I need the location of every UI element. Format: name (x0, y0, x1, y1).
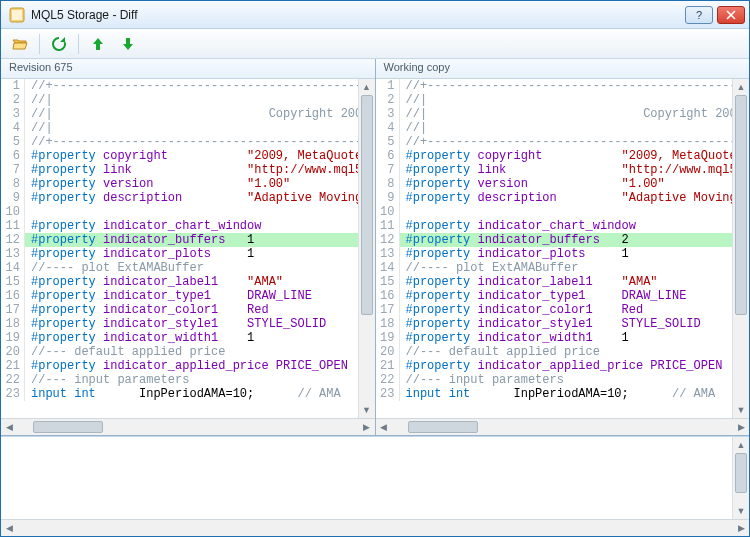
code-line[interactable]: 3//| Copyright 2009, M (376, 107, 750, 121)
bottom-hscroll[interactable]: ◀ ▶ (1, 519, 749, 536)
code-line[interactable]: 15#property indicator_label1 "AMA" (1, 275, 375, 289)
line-number: 11 (376, 219, 400, 233)
line-number: 23 (376, 387, 400, 401)
code-line[interactable]: 6#property copyright "2009, MetaQuotes S… (1, 149, 375, 163)
left-scrollbar[interactable]: ▲ ▼ (358, 79, 375, 418)
code-line[interactable]: 23input int InpPeriodAMA=10; // AMA (1, 387, 375, 401)
left-hscroll[interactable]: ◀ ▶ (1, 418, 375, 435)
code-line[interactable]: 1//+------------------------------------… (376, 79, 750, 93)
line-text: //--- default applied price (25, 345, 375, 359)
code-line[interactable]: 23input int InpPeriodAMA=10; // AMA (376, 387, 750, 401)
scroll-up-icon[interactable]: ▲ (733, 79, 749, 95)
code-line[interactable]: 20//--- default applied price (1, 345, 375, 359)
line-number: 15 (376, 275, 400, 289)
code-line[interactable]: 20//--- default applied price (376, 345, 750, 359)
code-line[interactable]: 5//+------------------------------------… (376, 135, 750, 149)
code-line[interactable]: 18#property indicator_style1 STYLE_SOLID (1, 317, 375, 331)
line-number: 16 (1, 289, 25, 303)
refresh-button[interactable] (48, 33, 70, 55)
line-text: #property description "Adaptive Moving A… (25, 191, 375, 205)
code-line[interactable]: 9#property description "Adaptive Moving … (1, 191, 375, 205)
code-line[interactable]: 11#property indicator_chart_window (376, 219, 750, 233)
scroll-left-icon[interactable]: ◀ (1, 520, 17, 536)
scroll-right-icon[interactable]: ▶ (733, 419, 749, 435)
code-line[interactable]: 13#property indicator_plots 1 (1, 247, 375, 261)
code-line[interactable]: 17#property indicator_color1 Red (1, 303, 375, 317)
code-line[interactable]: 21#property indicator_applied_price PRIC… (1, 359, 375, 373)
scroll-up-icon[interactable]: ▲ (733, 437, 749, 453)
scroll-left-icon[interactable]: ◀ (376, 419, 392, 435)
line-text: #property indicator_chart_window (25, 219, 375, 233)
code-line[interactable]: 12#property indicator_buffers 2 (376, 233, 750, 247)
close-button[interactable] (717, 6, 745, 24)
code-line[interactable]: 6#property copyright "2009, MetaQuotes S… (376, 149, 750, 163)
code-line[interactable]: 22//--- input parameters (376, 373, 750, 387)
line-text: //---- plot ExtAMABuffer (400, 261, 750, 275)
scroll-right-icon[interactable]: ▶ (733, 520, 749, 536)
refresh-icon (51, 36, 67, 52)
help-button[interactable]: ? (685, 6, 713, 24)
code-line[interactable]: 19#property indicator_width1 1 (1, 331, 375, 345)
bottom-pane-body[interactable]: ▲ ▼ (1, 437, 749, 519)
toolbar-divider (78, 34, 79, 54)
left-code[interactable]: 1//+------------------------------------… (1, 79, 375, 418)
code-line[interactable]: 11#property indicator_chart_window (1, 219, 375, 233)
main-area: Revision 675 1//+-----------------------… (1, 59, 749, 536)
code-line[interactable]: 2//| (376, 93, 750, 107)
code-line[interactable]: 17#property indicator_color1 Red (376, 303, 750, 317)
line-text: //| (400, 121, 750, 135)
line-text: //| (25, 93, 375, 107)
code-line[interactable]: 18#property indicator_style1 STYLE_SOLID (376, 317, 750, 331)
scroll-up-icon[interactable]: ▲ (359, 79, 375, 95)
line-number: 3 (1, 107, 25, 121)
code-line[interactable]: 8#property version "1.00" (376, 177, 750, 191)
right-scrollbar[interactable]: ▲ ▼ (732, 79, 749, 418)
next-diff-button[interactable] (117, 33, 139, 55)
scroll-down-icon[interactable]: ▼ (733, 503, 749, 519)
scroll-left-icon[interactable]: ◀ (1, 419, 17, 435)
line-text: //| Copyright 2009, M (25, 107, 375, 121)
line-number: 18 (1, 317, 25, 331)
code-line[interactable]: 16#property indicator_type1 DRAW_LINE (376, 289, 750, 303)
code-line[interactable]: 21#property indicator_applied_price PRIC… (376, 359, 750, 373)
code-line[interactable]: 14//---- plot ExtAMABuffer (1, 261, 375, 275)
line-number: 20 (1, 345, 25, 359)
code-line[interactable]: 15#property indicator_label1 "AMA" (376, 275, 750, 289)
code-line[interactable]: 19#property indicator_width1 1 (376, 331, 750, 345)
line-number: 9 (1, 191, 25, 205)
code-line[interactable]: 10 (376, 205, 750, 219)
line-text: #property indicator_type1 DRAW_LINE (25, 289, 375, 303)
line-number: 7 (376, 163, 400, 177)
code-line[interactable]: 2//| (1, 93, 375, 107)
scroll-down-icon[interactable]: ▼ (359, 402, 375, 418)
line-number: 2 (1, 93, 25, 107)
code-line[interactable]: 7#property link "http://www.mql5.com" (1, 163, 375, 177)
code-line[interactable]: 16#property indicator_type1 DRAW_LINE (1, 289, 375, 303)
code-line[interactable]: 7#property link "http://www.mql5.com" (376, 163, 750, 177)
line-number: 10 (376, 205, 400, 219)
open-button[interactable] (9, 33, 31, 55)
code-line[interactable]: 22//--- input parameters (1, 373, 375, 387)
scroll-right-icon[interactable]: ▶ (359, 419, 375, 435)
code-line[interactable]: 4//| (1, 121, 375, 135)
code-line[interactable]: 14//---- plot ExtAMABuffer (376, 261, 750, 275)
line-text: //--- input parameters (25, 373, 375, 387)
scroll-down-icon[interactable]: ▼ (733, 402, 749, 418)
code-line[interactable]: 4//| (376, 121, 750, 135)
code-line[interactable]: 1//+------------------------------------… (1, 79, 375, 93)
bottom-pane: ▲ ▼ ◀ ▶ (1, 436, 749, 536)
bottom-scrollbar[interactable]: ▲ ▼ (732, 437, 749, 519)
right-hscroll[interactable]: ◀ ▶ (376, 418, 750, 435)
prev-diff-button[interactable] (87, 33, 109, 55)
code-line[interactable]: 8#property version "1.00" (1, 177, 375, 191)
code-line[interactable]: 3//| Copyright 2009, M (1, 107, 375, 121)
code-line[interactable]: 9#property description "Adaptive Moving … (376, 191, 750, 205)
line-text: //+-------------------------------------… (400, 79, 750, 93)
right-code[interactable]: 1//+------------------------------------… (376, 79, 750, 418)
code-line[interactable]: 5//+------------------------------------… (1, 135, 375, 149)
code-line[interactable]: 12#property indicator_buffers 1 (1, 233, 375, 247)
code-line[interactable]: 10 (1, 205, 375, 219)
code-line[interactable]: 13#property indicator_plots 1 (376, 247, 750, 261)
line-text: #property copyright "2009, MetaQuotes So… (25, 149, 375, 163)
line-text: #property link "http://www.mql5.com" (400, 163, 750, 177)
